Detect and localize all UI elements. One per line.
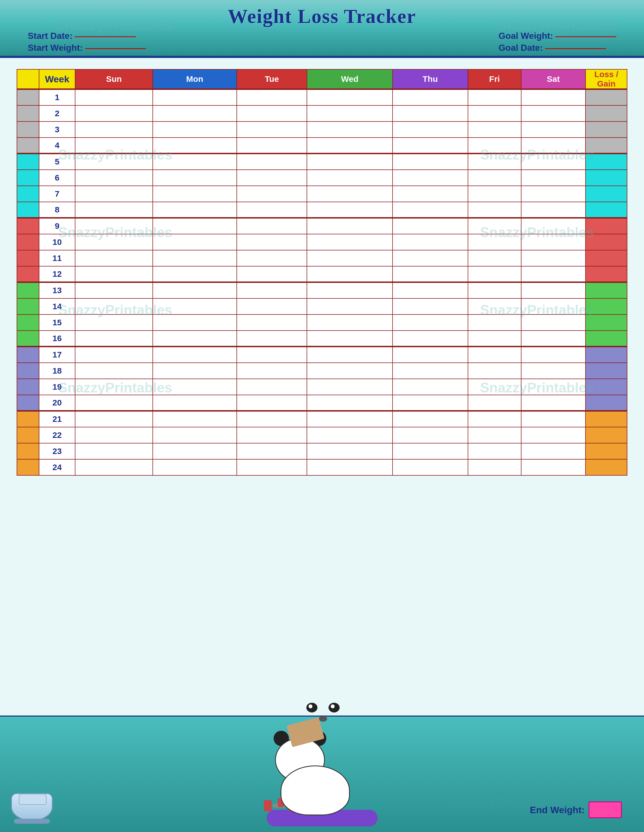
day-cell[interactable] xyxy=(153,427,237,443)
loss-gain-cell[interactable] xyxy=(585,266,627,282)
day-cell[interactable] xyxy=(153,170,237,186)
day-cell[interactable] xyxy=(521,363,585,379)
day-cell[interactable] xyxy=(75,427,153,443)
day-cell[interactable] xyxy=(307,331,393,347)
day-cell[interactable] xyxy=(75,138,153,154)
loss-gain-cell[interactable] xyxy=(585,459,627,475)
day-cell[interactable] xyxy=(237,186,307,202)
day-cell[interactable] xyxy=(307,122,393,138)
day-cell[interactable] xyxy=(153,331,237,347)
day-cell[interactable] xyxy=(237,443,307,459)
day-cell[interactable] xyxy=(468,154,521,170)
day-cell[interactable] xyxy=(468,186,521,202)
day-cell[interactable] xyxy=(153,298,237,315)
day-cell[interactable] xyxy=(468,202,521,218)
day-cell[interactable] xyxy=(237,234,307,250)
loss-gain-cell[interactable] xyxy=(585,218,627,234)
day-cell[interactable] xyxy=(153,266,237,282)
day-cell[interactable] xyxy=(153,379,237,395)
day-cell[interactable] xyxy=(153,459,237,475)
day-cell[interactable] xyxy=(393,395,468,411)
day-cell[interactable] xyxy=(521,443,585,459)
day-cell[interactable] xyxy=(75,411,153,427)
day-cell[interactable] xyxy=(468,122,521,138)
day-cell[interactable] xyxy=(468,443,521,459)
day-cell[interactable] xyxy=(307,170,393,186)
day-cell[interactable] xyxy=(75,122,153,138)
day-cell[interactable] xyxy=(237,427,307,443)
day-cell[interactable] xyxy=(521,298,585,315)
loss-gain-cell[interactable] xyxy=(585,250,627,266)
loss-gain-cell[interactable] xyxy=(585,170,627,186)
loss-gain-cell[interactable] xyxy=(585,331,627,347)
loss-gain-cell[interactable] xyxy=(585,202,627,218)
day-cell[interactable] xyxy=(393,427,468,443)
day-cell[interactable] xyxy=(468,282,521,298)
day-cell[interactable] xyxy=(468,315,521,331)
day-cell[interactable] xyxy=(75,186,153,202)
day-cell[interactable] xyxy=(521,411,585,427)
day-cell[interactable] xyxy=(307,411,393,427)
day-cell[interactable] xyxy=(521,427,585,443)
loss-gain-cell[interactable] xyxy=(585,395,627,411)
day-cell[interactable] xyxy=(307,298,393,315)
day-cell[interactable] xyxy=(307,154,393,170)
day-cell[interactable] xyxy=(393,186,468,202)
day-cell[interactable] xyxy=(468,89,521,106)
loss-gain-cell[interactable] xyxy=(585,106,627,122)
day-cell[interactable] xyxy=(153,138,237,154)
day-cell[interactable] xyxy=(153,282,237,298)
day-cell[interactable] xyxy=(521,106,585,122)
day-cell[interactable] xyxy=(521,347,585,363)
day-cell[interactable] xyxy=(393,154,468,170)
loss-gain-cell[interactable] xyxy=(585,347,627,363)
day-cell[interactable] xyxy=(468,266,521,282)
day-cell[interactable] xyxy=(393,379,468,395)
day-cell[interactable] xyxy=(393,234,468,250)
day-cell[interactable] xyxy=(393,443,468,459)
day-cell[interactable] xyxy=(393,459,468,475)
day-cell[interactable] xyxy=(237,379,307,395)
day-cell[interactable] xyxy=(521,266,585,282)
day-cell[interactable] xyxy=(393,250,468,266)
day-cell[interactable] xyxy=(153,89,237,106)
day-cell[interactable] xyxy=(521,395,585,411)
day-cell[interactable] xyxy=(75,282,153,298)
day-cell[interactable] xyxy=(468,234,521,250)
day-cell[interactable] xyxy=(75,395,153,411)
day-cell[interactable] xyxy=(237,363,307,379)
day-cell[interactable] xyxy=(521,331,585,347)
day-cell[interactable] xyxy=(237,347,307,363)
day-cell[interactable] xyxy=(521,234,585,250)
day-cell[interactable] xyxy=(153,218,237,234)
day-cell[interactable] xyxy=(75,202,153,218)
day-cell[interactable] xyxy=(237,459,307,475)
day-cell[interactable] xyxy=(307,106,393,122)
day-cell[interactable] xyxy=(75,298,153,315)
day-cell[interactable] xyxy=(393,89,468,106)
day-cell[interactable] xyxy=(521,138,585,154)
day-cell[interactable] xyxy=(75,89,153,106)
day-cell[interactable] xyxy=(468,459,521,475)
loss-gain-cell[interactable] xyxy=(585,411,627,427)
day-cell[interactable] xyxy=(307,443,393,459)
day-cell[interactable] xyxy=(393,202,468,218)
day-cell[interactable] xyxy=(237,122,307,138)
day-cell[interactable] xyxy=(153,363,237,379)
day-cell[interactable] xyxy=(237,89,307,106)
day-cell[interactable] xyxy=(237,106,307,122)
loss-gain-cell[interactable] xyxy=(585,379,627,395)
day-cell[interactable] xyxy=(75,266,153,282)
day-cell[interactable] xyxy=(307,363,393,379)
day-cell[interactable] xyxy=(153,395,237,411)
day-cell[interactable] xyxy=(307,250,393,266)
day-cell[interactable] xyxy=(153,154,237,170)
day-cell[interactable] xyxy=(521,250,585,266)
day-cell[interactable] xyxy=(468,218,521,234)
day-cell[interactable] xyxy=(153,443,237,459)
loss-gain-cell[interactable] xyxy=(585,154,627,170)
day-cell[interactable] xyxy=(521,282,585,298)
day-cell[interactable] xyxy=(307,459,393,475)
loss-gain-cell[interactable] xyxy=(585,282,627,298)
day-cell[interactable] xyxy=(521,202,585,218)
